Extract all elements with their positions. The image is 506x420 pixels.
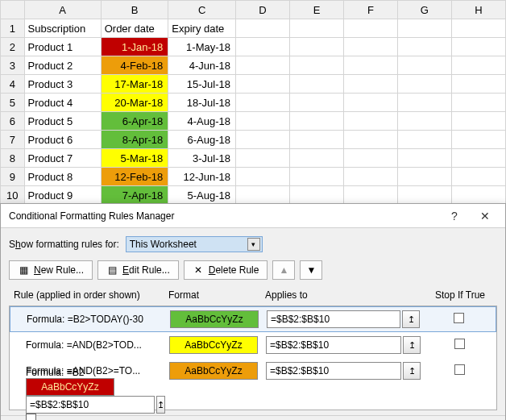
cell[interactable]: 3-Jul-18 <box>168 149 236 168</box>
cell[interactable]: 6-Aug-18 <box>168 131 236 149</box>
cell[interactable] <box>397 149 451 168</box>
cell[interactable] <box>290 75 344 94</box>
cell[interactable] <box>343 149 397 168</box>
row-header[interactable]: 9 <box>1 168 25 186</box>
cell[interactable] <box>343 19 397 38</box>
close-x-button[interactable]: ✕ <box>470 210 500 222</box>
cell[interactable] <box>397 168 451 186</box>
row-header[interactable]: 1 <box>1 19 25 38</box>
table-row[interactable]: 8Product 75-Mar-183-Jul-18 <box>1 149 506 168</box>
move-down-button[interactable]: ▼ <box>300 260 322 280</box>
cell[interactable] <box>451 94 505 112</box>
cell[interactable] <box>397 38 451 56</box>
cell[interactable]: 4-Feb-18 <box>101 56 168 75</box>
cell[interactable] <box>397 19 451 38</box>
table-row[interactable]: 5Product 420-Mar-1818-Jul-18 <box>1 94 506 112</box>
rule-row[interactable]: Formula: =B2AaBbCcYyZz↥ <box>10 384 496 410</box>
cell[interactable] <box>343 56 397 75</box>
range-picker-icon[interactable]: ↥ <box>403 336 421 354</box>
cell[interactable] <box>236 168 290 186</box>
cell[interactable]: Subscription <box>24 19 101 38</box>
rule-row[interactable]: Formula: =AND(B2>TOD...AaBbCcYyZz↥ <box>10 332 496 358</box>
cell[interactable] <box>236 19 290 38</box>
cell[interactable] <box>397 112 451 131</box>
cell[interactable] <box>343 186 397 205</box>
cell[interactable]: 4-Jun-18 <box>168 56 236 75</box>
edit-rule-button[interactable]: ▤ Edit Rule... <box>97 260 179 280</box>
cell[interactable] <box>451 186 505 205</box>
show-rules-combo[interactable]: This Worksheet ▾ <box>126 236 263 252</box>
cell[interactable] <box>451 75 505 94</box>
cell[interactable] <box>397 75 451 94</box>
cell[interactable] <box>397 186 451 205</box>
delete-rule-button[interactable]: ✕ Delete Rule <box>184 260 268 280</box>
cell[interactable]: Product 4 <box>24 94 101 112</box>
cell[interactable] <box>451 19 505 38</box>
cell[interactable] <box>343 38 397 56</box>
cell[interactable] <box>290 19 344 38</box>
col-header-g[interactable]: G <box>397 1 451 19</box>
cell[interactable] <box>290 38 344 56</box>
range-picker-icon[interactable]: ↥ <box>403 362 421 380</box>
cell[interactable] <box>236 75 290 94</box>
table-row[interactable]: 3Product 24-Feb-184-Jun-18 <box>1 56 506 75</box>
cell[interactable] <box>290 112 344 131</box>
cell[interactable]: Product 8 <box>24 168 101 186</box>
cell[interactable]: 5-Aug-18 <box>168 186 236 205</box>
cell[interactable] <box>236 186 290 205</box>
cell[interactable]: 15-Jul-18 <box>168 75 236 94</box>
range-picker-icon[interactable]: ↥ <box>402 310 420 328</box>
cell[interactable]: Product 3 <box>24 75 101 94</box>
cell[interactable]: 12-Jun-18 <box>168 168 236 186</box>
cell[interactable] <box>397 131 451 149</box>
select-all-corner[interactable] <box>1 1 25 19</box>
cell[interactable]: 1-May-18 <box>168 38 236 56</box>
cell[interactable]: Product 1 <box>24 38 101 56</box>
cell[interactable]: 18-Jul-18 <box>168 94 236 112</box>
row-header[interactable]: 5 <box>1 94 25 112</box>
col-header-a[interactable]: A <box>24 1 101 19</box>
cell[interactable]: 17-Mar-18 <box>101 75 168 94</box>
cell[interactable]: Product 5 <box>24 112 101 131</box>
col-header-d[interactable]: D <box>236 1 290 19</box>
cell[interactable]: 1-Jan-18 <box>101 38 168 56</box>
cell[interactable] <box>397 94 451 112</box>
cell[interactable] <box>343 75 397 94</box>
row-header[interactable]: 3 <box>1 56 25 75</box>
cell[interactable] <box>236 149 290 168</box>
col-header-f[interactable]: F <box>343 1 397 19</box>
move-up-button[interactable]: ▲ <box>272 260 295 280</box>
applies-to-input[interactable] <box>267 310 400 328</box>
cell[interactable] <box>451 131 505 149</box>
cell[interactable]: 6-Apr-18 <box>101 112 168 131</box>
stop-if-true-checkbox[interactable] <box>26 414 36 420</box>
cell[interactable]: Order date <box>101 19 168 38</box>
cell[interactable] <box>343 168 397 186</box>
cell[interactable] <box>290 149 344 168</box>
cell[interactable] <box>451 38 505 56</box>
stop-if-true-checkbox[interactable] <box>454 364 465 375</box>
table-row[interactable]: 1SubscriptionOrder dateExpiry date <box>1 19 506 38</box>
cell[interactable]: Product 7 <box>24 149 101 168</box>
new-rule-button[interactable]: ▦ New Rule... <box>9 260 93 280</box>
cell[interactable]: 5-Mar-18 <box>101 149 168 168</box>
table-row[interactable]: 6Product 56-Apr-184-Aug-18 <box>1 112 506 131</box>
row-header[interactable]: 8 <box>1 149 25 168</box>
table-row[interactable]: 4Product 317-Mar-1815-Jul-18 <box>1 75 506 94</box>
cell[interactable] <box>343 94 397 112</box>
applies-to-input[interactable] <box>266 362 401 380</box>
dropdown-icon[interactable]: ▾ <box>247 238 260 251</box>
cell[interactable]: Product 9 <box>24 186 101 205</box>
cell[interactable] <box>343 131 397 149</box>
table-row[interactable]: 9Product 812-Feb-1812-Jun-18 <box>1 168 506 186</box>
cell[interactable]: 4-Aug-18 <box>168 112 236 131</box>
cell[interactable]: 7-Apr-18 <box>101 186 168 205</box>
cell[interactable] <box>236 112 290 131</box>
cell[interactable] <box>451 168 505 186</box>
cell[interactable] <box>236 131 290 149</box>
cell[interactable] <box>451 149 505 168</box>
cell[interactable] <box>290 131 344 149</box>
rule-row[interactable]: Formula: =B2>TODAY()-30AaBbCcYyZz↥ <box>10 306 496 332</box>
cell[interactable] <box>236 94 290 112</box>
cell[interactable]: 8-Apr-18 <box>101 131 168 149</box>
